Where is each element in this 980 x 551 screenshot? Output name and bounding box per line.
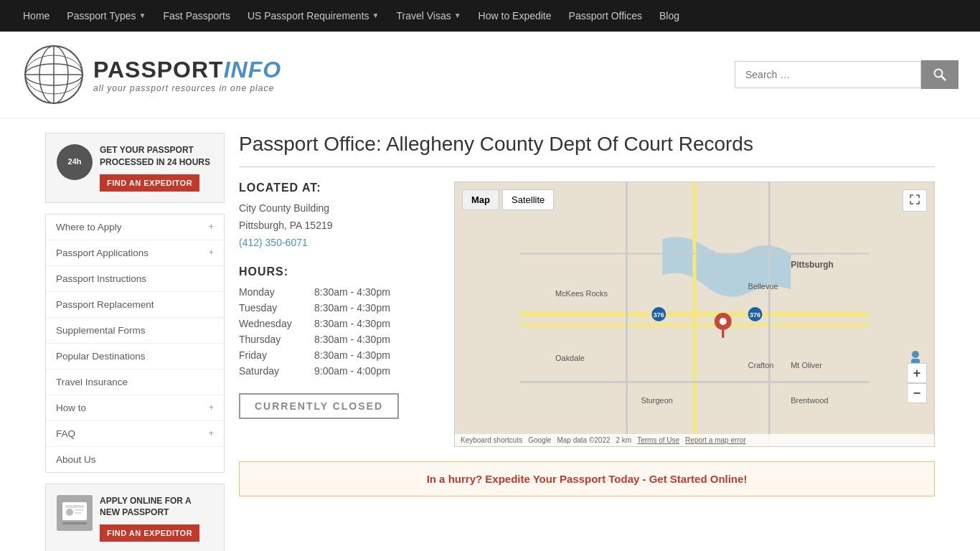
- nav-blog[interactable]: Blog: [651, 0, 688, 32]
- map-brand: Google: [528, 436, 551, 444]
- sidebar-item-passport-replacement[interactable]: Passport Replacement: [46, 292, 224, 318]
- logo-area: PASSPORTINFO all your passport resources…: [22, 42, 281, 107]
- search-area: [735, 60, 958, 89]
- hours-value: 9:00am - 4:00pm: [314, 365, 390, 377]
- map-tab-map[interactable]: Map: [462, 189, 499, 210]
- find-expeditor-button-2[interactable]: FIND AN EXPEDITOR: [100, 524, 199, 542]
- map-report-error[interactable]: Report a map error: [685, 436, 745, 444]
- svg-point-6: [935, 70, 943, 77]
- day-label: Monday: [239, 286, 311, 298]
- nav-passport-types[interactable]: Passport Types ▼: [58, 0, 154, 32]
- sidebar-item-popular-destinations[interactable]: Popular Destinations: [46, 344, 224, 369]
- search-button[interactable]: [921, 60, 958, 89]
- logo-text: PASSPORTINFO all your passport resources…: [93, 57, 281, 93]
- svg-rect-10: [65, 505, 84, 508]
- svg-point-11: [66, 509, 73, 516]
- zoom-controls: + −: [907, 363, 927, 403]
- nav-how-to-expedite[interactable]: How to Expedite: [470, 0, 560, 32]
- hours-value: 8:30am - 4:30pm: [314, 286, 390, 298]
- online-passport-icon: [57, 495, 93, 531]
- hours-row: Friday8:30am - 4:30pm: [239, 347, 440, 363]
- sidebar-item-travel-insurance[interactable]: Travel Insurance: [46, 369, 224, 395]
- sidebar-item-where-to-apply[interactable]: Where to Apply +: [46, 215, 224, 240]
- location-info: LOCATED AT: City County Building Pittsbu…: [239, 182, 440, 447]
- svg-text:376: 376: [654, 311, 664, 319]
- svg-text:Crafton: Crafton: [748, 361, 774, 369]
- hours-section: HOURS: Monday8:30am - 4:30pmTuesday8:30a…: [239, 265, 440, 379]
- svg-rect-13: [75, 512, 82, 514]
- svg-text:McKees Rocks: McKees Rocks: [555, 289, 608, 298]
- location-label: LOCATED AT:: [239, 182, 440, 194]
- map-controls: Map Satellite: [462, 189, 554, 210]
- sidebar-promo2-heading: APPLY ONLINE FOR A NEW PASSPORT: [100, 495, 213, 519]
- nav-us-requirements[interactable]: US Passport Requirements ▼: [239, 0, 388, 32]
- nav-home[interactable]: Home: [14, 0, 58, 32]
- location-phone[interactable]: (412) 350-6071: [239, 237, 308, 248]
- sidebar-promo2-content: APPLY ONLINE FOR A NEW PASSPORT FIND AN …: [100, 495, 213, 542]
- hours-value: 8:30am - 4:30pm: [314, 334, 390, 345]
- map-expand-button[interactable]: [903, 189, 927, 212]
- sidebar-nav: Where to Apply + Passport Applications +…: [45, 214, 225, 473]
- status-badge: CURRENTLY CLOSED: [239, 393, 399, 419]
- day-label: Wednesday: [239, 318, 311, 329]
- expand-icon: [910, 194, 920, 204]
- logo-part2: INFO: [224, 57, 281, 83]
- chevron-down-icon: ▼: [372, 0, 380, 32]
- map-keyboard-shortcuts: Keyboard shortcuts: [461, 436, 522, 444]
- address-line2: Pittsburgh, PA 15219: [239, 217, 440, 235]
- chevron-right-icon: +: [209, 222, 214, 232]
- zoom-in-button[interactable]: +: [907, 363, 927, 383]
- map-tab-satellite[interactable]: Satellite: [502, 189, 554, 210]
- nav-fast-passports[interactable]: Fast Passports: [155, 0, 239, 32]
- sidebar-item-passport-instructions[interactable]: Passport Instructions: [46, 266, 224, 292]
- sidebar-promo1-content: GET YOUR PASSPORT PROCESSED IN 24 HOURS …: [100, 144, 213, 192]
- site-header: PASSPORTINFO all your passport resources…: [0, 32, 980, 118]
- hours-row: Monday8:30am - 4:30pm: [239, 284, 440, 300]
- 24h-icon: 24h: [57, 144, 93, 180]
- map-terms[interactable]: Terms of Use: [637, 436, 679, 444]
- sidebar-item-passport-applications[interactable]: Passport Applications +: [46, 240, 224, 266]
- chevron-right-icon: +: [209, 428, 214, 438]
- map-data-credit: Map data ©2022: [557, 436, 610, 444]
- address-line1: City County Building: [239, 200, 440, 217]
- hurry-banner-link[interactable]: In a hurry? Expedite Your Passport Today…: [427, 473, 748, 485]
- hours-row: Tuesday8:30am - 4:30pm: [239, 300, 440, 316]
- zoom-out-button[interactable]: −: [907, 383, 927, 403]
- globe-icon: [22, 42, 86, 107]
- search-input[interactable]: [735, 61, 921, 88]
- logo-part1: PASSPORT: [93, 57, 224, 83]
- main-container: 24h GET YOUR PASSPORT PROCESSED IN 24 HO…: [31, 133, 949, 551]
- sidebar-item-supplemental-forms[interactable]: Supplemental Forms: [46, 318, 224, 344]
- content-area: Passport Office: Allegheny County Dept O…: [239, 133, 935, 551]
- svg-rect-9: [62, 502, 87, 520]
- nav-travel-visas[interactable]: Travel Visas ▼: [387, 0, 469, 32]
- hours-value: 8:30am - 4:30pm: [314, 318, 390, 329]
- svg-text:Mt Oliver: Mt Oliver: [791, 361, 822, 369]
- map-svg: 376 376 McKees Rocks Bellevue Pittsburgh…: [455, 182, 934, 446]
- page-title: Passport Office: Allegheny County Dept O…: [239, 133, 935, 167]
- sidebar-item-about-us[interactable]: About Us: [46, 447, 224, 472]
- nav-passport-offices[interactable]: Passport Offices: [560, 0, 651, 32]
- hours-table: Monday8:30am - 4:30pmTuesday8:30am - 4:3…: [239, 284, 440, 379]
- hours-label: HOURS:: [239, 265, 440, 278]
- logo-tagline: all your passport resources in one place: [93, 83, 281, 93]
- search-icon: [933, 67, 947, 82]
- chevron-right-icon: +: [209, 248, 214, 258]
- online-icon: [57, 495, 93, 531]
- day-label: Tuesday: [239, 302, 311, 314]
- day-label: Saturday: [239, 365, 311, 377]
- sidebar: 24h GET YOUR PASSPORT PROCESSED IN 24 HO…: [45, 133, 225, 551]
- map-container: 376 376 McKees Rocks Bellevue Pittsburgh…: [454, 182, 935, 447]
- sidebar-item-faq[interactable]: FAQ +: [46, 421, 224, 447]
- sidebar-item-how-to[interactable]: How to +: [46, 395, 224, 421]
- hours-row: Wednesday8:30am - 4:30pm: [239, 316, 440, 331]
- day-label: Thursday: [239, 334, 311, 345]
- find-expeditor-button-1[interactable]: FIND AN EXPEDITOR: [100, 174, 199, 192]
- chevron-down-icon: ▼: [454, 0, 461, 32]
- top-nav: Home Passport Types ▼ Fast Passports US …: [0, 0, 980, 32]
- hurry-banner[interactable]: In a hurry? Expedite Your Passport Today…: [239, 461, 935, 496]
- svg-point-38: [912, 351, 919, 358]
- svg-rect-12: [75, 509, 83, 511]
- svg-text:Brentwood: Brentwood: [791, 396, 828, 405]
- svg-text:Sturgeon: Sturgeon: [641, 396, 672, 405]
